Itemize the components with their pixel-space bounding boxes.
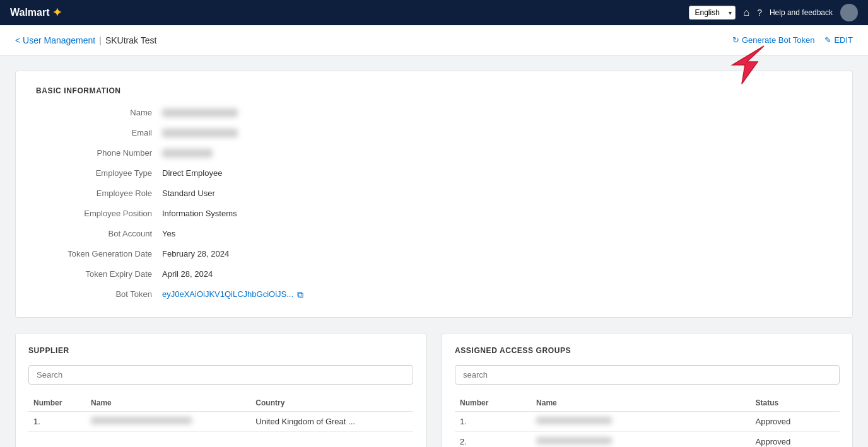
basic-info-card: BASIC INFORMATION Name Email Phone Numbe… — [15, 71, 853, 318]
bottom-grid: SUPPLIER Number Name Country 1. United K… — [15, 333, 853, 447]
refresh-icon: ↻ — [732, 35, 739, 45]
help-link[interactable]: Help and feedback — [770, 8, 833, 17]
supplier-table: Number Name Country 1. United Kingdom of… — [28, 395, 413, 432]
main-content: BASIC INFORMATION Name Email Phone Numbe… — [0, 55, 868, 447]
breadcrumb-separator: | — [99, 35, 102, 45]
label-name: Name — [36, 105, 162, 120]
access-groups-search-input[interactable] — [455, 365, 840, 385]
ag-col-name: Name — [531, 395, 750, 412]
ag-row-status: Approved — [751, 412, 840, 432]
supplier-row-country: United Kingdom of Great ... — [250, 412, 413, 432]
supplier-col-number: Number — [28, 395, 86, 412]
table-row: 2.Approved — [455, 432, 840, 448]
label-employee-role: Employee Role — [36, 186, 162, 201]
label-bot-token: Bot Token — [36, 287, 162, 302]
ag-row-num: 1. — [455, 412, 531, 432]
breadcrumb-bar: < User Management | SKUtrak Test ↻ Gener… — [0, 25, 868, 55]
generate-bot-token-button[interactable]: ↻ Generate Bot Token — [732, 35, 814, 45]
label-token-expiry-date: Token Expiry Date — [36, 267, 162, 282]
language-select[interactable]: English — [689, 6, 736, 20]
value-token-expiry-date: April 28, 2024 — [162, 267, 478, 282]
access-groups-table: Number Name Status 1.Approved2.Approved3… — [455, 395, 840, 447]
ag-row-name — [531, 432, 750, 448]
home-icon[interactable]: ⌂ — [743, 7, 749, 18]
bot-token-text: eyJ0eXAiOiJKV1QiLCJhbGciOiJS... — [162, 287, 293, 302]
supplier-panel: SUPPLIER Number Name Country 1. United K… — [15, 333, 426, 447]
label-employee-position: Employee Position — [36, 206, 162, 221]
value-employee-role: Standard User — [162, 186, 478, 201]
value-employee-position: Information Systems — [162, 206, 478, 221]
supplier-row-name — [86, 412, 250, 432]
nav-right: English ▾ ⌂ ? Help and feedback — [689, 4, 858, 21]
copy-icon[interactable]: ⧉ — [297, 287, 303, 302]
value-bot-account: Yes — [162, 226, 478, 241]
basic-info-title: BASIC INFORMATION — [36, 86, 832, 95]
label-email: Email — [36, 125, 162, 141]
breadcrumb-actions: ↻ Generate Bot Token ✎ EDIT — [732, 35, 853, 45]
avatar[interactable] — [840, 4, 858, 21]
ag-row-name — [531, 412, 750, 432]
breadcrumb: < User Management | SKUtrak Test — [15, 35, 156, 45]
value-employee-type: Direct Employee — [162, 166, 478, 181]
ag-col-number: Number — [455, 395, 531, 412]
table-row: 1.Approved — [455, 412, 840, 432]
brand-name: Walmart — [10, 7, 50, 18]
breadcrumb-current: SKUtrak Test — [105, 35, 156, 45]
label-phone: Phone Number — [36, 146, 162, 161]
label-employee-type: Employee Type — [36, 166, 162, 181]
value-name — [162, 105, 478, 120]
supplier-col-country: Country — [250, 395, 413, 412]
info-grid: Name Email Phone Number Employee Type Di… — [36, 105, 478, 302]
breadcrumb-back-link[interactable]: < User Management — [15, 35, 95, 45]
ag-row-num: 2. — [455, 432, 531, 448]
value-token-gen-date: February 28, 2024 — [162, 247, 478, 262]
supplier-col-name: Name — [86, 395, 250, 412]
edit-button[interactable]: ✎ EDIT — [824, 35, 853, 45]
value-email — [162, 125, 478, 141]
value-bot-token: eyJ0eXAiOiJKV1QiLCJhbGciOiJS... ⧉ — [162, 287, 478, 302]
language-selector-wrapper[interactable]: English ▾ — [689, 6, 736, 20]
nav-left: Walmart ✦ — [10, 6, 62, 20]
table-row: 1. United Kingdom of Great ... — [28, 412, 413, 432]
spark-icon: ✦ — [52, 6, 62, 20]
ag-col-status: Status — [751, 395, 840, 412]
access-groups-title: ASSIGNED ACCESS GROUPS — [455, 346, 840, 355]
supplier-title: SUPPLIER — [28, 346, 413, 355]
label-token-gen-date: Token Generation Date — [36, 247, 162, 262]
value-phone — [162, 146, 478, 161]
label-bot-account: Bot Account — [36, 226, 162, 241]
access-groups-panel: ASSIGNED ACCESS GROUPS Number Name Statu… — [442, 333, 853, 447]
walmart-logo: Walmart ✦ — [10, 6, 62, 20]
edit-icon: ✎ — [824, 35, 831, 45]
top-nav: Walmart ✦ English ▾ ⌂ ? Help and feedbac… — [0, 0, 868, 25]
ag-row-status: Approved — [751, 432, 840, 448]
supplier-search-input[interactable] — [28, 365, 413, 385]
supplier-row-num: 1. — [28, 412, 86, 432]
help-circle-icon[interactable]: ? — [757, 8, 762, 18]
